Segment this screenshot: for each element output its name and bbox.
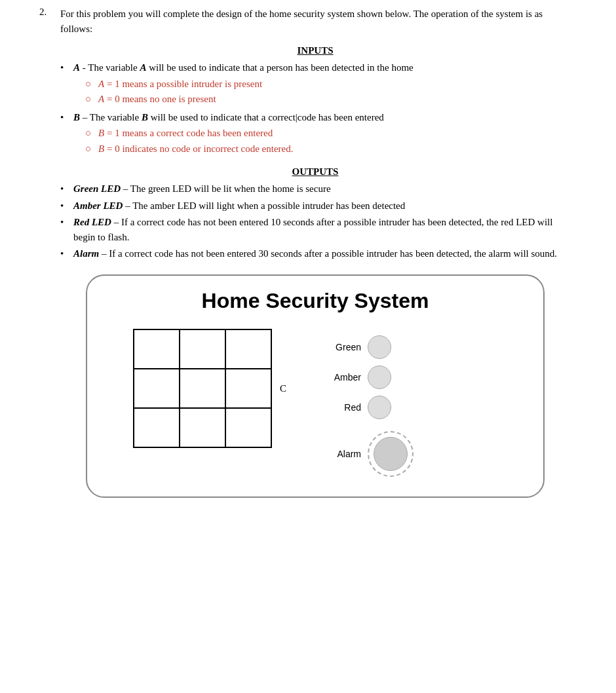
red-led-label: Red LED	[73, 217, 111, 227]
keypad-cell-6	[225, 369, 271, 408]
alarm-text: Alarm	[331, 449, 361, 459]
keypad-cell-4	[134, 369, 180, 408]
var-a-label: A	[73, 62, 80, 73]
problem-intro: For this problem you will complete the d…	[60, 7, 577, 36]
bullet-dot-a: •	[60, 60, 69, 108]
problem-number: 2.	[39, 7, 54, 36]
outputs-list: • Green LED – The green LED will be lit …	[60, 181, 577, 261]
sub-list-b: ○ B = 1 means a correct code has been en…	[85, 126, 384, 156]
keypad-cell-3	[225, 329, 271, 369]
bullet-dot-b: •	[60, 110, 69, 158]
list-item-a: • A - The variable A will be used to ind…	[60, 60, 577, 108]
amber-led-text: Amber	[331, 372, 361, 383]
list-item-green: • Green LED – The green LED will be lit …	[60, 181, 577, 197]
amber-led-label: Amber LED	[73, 200, 123, 211]
c-label: C	[280, 383, 286, 394]
sub-item-b1: ○ B = 1 means a correct code has been en…	[85, 126, 384, 141]
keypad-cell-8	[180, 408, 225, 447]
keypad-cell-5	[180, 369, 225, 408]
diagram-container: Home Security System C	[86, 274, 545, 498]
keypad-cell-7	[134, 408, 180, 447]
list-item-alarm: • Alarm – If a correct code has not been…	[60, 246, 577, 261]
diagram-title: Home Security System	[107, 289, 524, 313]
red-led-circle	[368, 396, 391, 419]
outputs-heading: OUTPUTS	[54, 166, 577, 178]
keypad-cell-2	[180, 329, 225, 369]
diagram-body: C Green Amber Red Alarm	[107, 329, 524, 477]
list-item-amber: • Amber LED – The amber LED will light w…	[60, 198, 577, 214]
keypad-grid	[133, 329, 272, 448]
green-led-label: Green LED	[73, 183, 121, 194]
keypad-cell-1	[134, 329, 180, 369]
amber-led-row: Amber	[331, 365, 414, 389]
red-led-text: Red	[331, 402, 361, 413]
red-led-row: Red	[331, 396, 414, 419]
var-b-label: B	[73, 112, 80, 122]
input-a-text: A - The variable A will be used to indic…	[73, 60, 414, 108]
alarm-circle-inner	[374, 437, 408, 471]
green-led-text: Green	[331, 342, 361, 352]
problem-header: 2. For this problem you will complete th…	[39, 7, 577, 36]
sub-list-a: ○ A = 1 means a possible intruder is pre…	[85, 77, 414, 107]
sub-item-a2: ○ A = 0 means no one is present	[85, 92, 414, 107]
amber-led-circle	[368, 365, 391, 389]
outputs-area: Green Amber Red Alarm	[331, 335, 414, 477]
inputs-list: • A - The variable A will be used to ind…	[60, 60, 577, 157]
input-b-text: B – The variable B will be used to indic…	[73, 110, 384, 158]
alarm-circle-outer	[368, 431, 414, 477]
keypad-cell-9	[225, 408, 271, 447]
green-led-circle	[368, 335, 391, 359]
alarm-row: Alarm	[331, 431, 414, 477]
inputs-heading: INPUTS	[54, 45, 577, 56]
keypad-area: C	[133, 329, 272, 448]
list-item-b: • B – The variable B will be used to ind…	[60, 110, 577, 158]
sub-item-a1: ○ A = 1 means a possible intruder is pre…	[85, 77, 414, 92]
green-led-row: Green	[331, 335, 414, 359]
sub-item-b2: ○ B = 0 indicates no code or incorrect c…	[85, 141, 384, 157]
list-item-red: • Red LED – If a correct code has not be…	[60, 215, 577, 244]
section-content: INPUTS • A - The variable A will be used…	[54, 45, 577, 498]
alarm-label: Alarm	[73, 248, 99, 259]
